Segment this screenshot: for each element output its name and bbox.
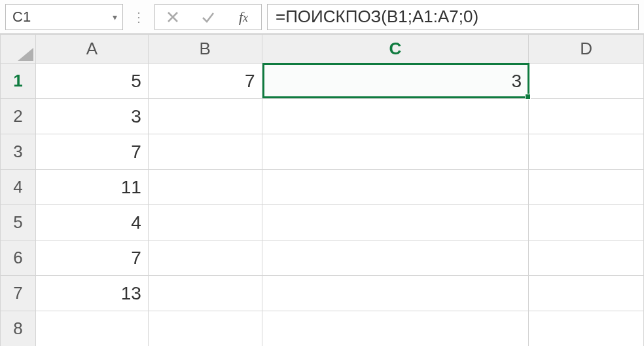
cell-A3[interactable]: 7: [35, 134, 148, 170]
divider-icon: ⋮: [128, 14, 149, 20]
row-8: 8: [1, 311, 644, 347]
row-header-3[interactable]: 3: [1, 134, 36, 170]
cell-B3[interactable]: [148, 134, 262, 170]
row-header-7[interactable]: 7: [1, 276, 36, 311]
cell-B7[interactable]: [148, 276, 262, 311]
cell-A8[interactable]: [35, 311, 148, 347]
x-icon: [165, 9, 181, 25]
grid-body: 1 5 7 3 2 3 3 7 4 11: [1, 64, 644, 347]
grid: A B C D 1 5 7 3 2 3 3 7: [0, 34, 644, 346]
cell-D7[interactable]: [529, 276, 644, 311]
cell-D1[interactable]: [529, 64, 644, 99]
col-header-C[interactable]: C: [262, 35, 529, 64]
check-icon: [200, 9, 216, 25]
col-header-D[interactable]: D: [529, 35, 644, 64]
formula-bar: C1 ▾ ⋮ fx =ПОИСКПОЗ(B1;A1:A7;0): [0, 0, 644, 34]
cell-D6[interactable]: [529, 240, 644, 276]
cell-D5[interactable]: [529, 205, 644, 240]
cell-D8[interactable]: [529, 311, 644, 347]
cell-D3[interactable]: [529, 134, 644, 170]
cell-A5[interactable]: 4: [35, 205, 148, 240]
row-3: 3 7: [1, 134, 644, 170]
cell-B6[interactable]: [148, 240, 262, 276]
select-all-corner[interactable]: [1, 35, 36, 64]
row-header-8[interactable]: 8: [1, 311, 36, 347]
formula-controls: fx: [154, 4, 262, 30]
row-7: 7 13: [1, 276, 644, 311]
insert-function-button[interactable]: fx: [226, 5, 261, 29]
cell-B2[interactable]: [148, 99, 262, 134]
enter-button[interactable]: [190, 5, 226, 29]
name-box-value: C1: [12, 9, 31, 26]
formula-text: =ПОИСКПОЗ(B1;A1:A7;0): [276, 7, 478, 27]
row-5: 5 4: [1, 205, 644, 240]
triangle-icon: [1, 35, 35, 63]
cancel-button[interactable]: [155, 5, 190, 29]
cell-C5[interactable]: [262, 205, 529, 240]
cell-B5[interactable]: [148, 205, 262, 240]
cell-C8[interactable]: [262, 311, 529, 347]
row-header-6[interactable]: 6: [1, 240, 36, 276]
cell-D2[interactable]: [529, 99, 644, 134]
cell-A6[interactable]: 7: [35, 240, 148, 276]
cell-C6[interactable]: [262, 240, 529, 276]
row-4: 4 11: [1, 170, 644, 205]
cell-C3[interactable]: [262, 134, 529, 170]
row-header-5[interactable]: 5: [1, 205, 36, 240]
col-header-B[interactable]: B: [148, 35, 262, 64]
cell-D4[interactable]: [529, 170, 644, 205]
row-header-1[interactable]: 1: [1, 64, 36, 99]
name-box[interactable]: C1 ▾: [5, 4, 123, 30]
cell-A2[interactable]: 3: [35, 99, 148, 134]
row-2: 2 3: [1, 99, 644, 134]
cell-C4[interactable]: [262, 170, 529, 205]
row-1: 1 5 7 3: [1, 64, 644, 99]
col-header-A[interactable]: A: [35, 35, 148, 64]
cell-B4[interactable]: [148, 170, 262, 205]
row-6: 6 7: [1, 240, 644, 276]
cell-C2[interactable]: [262, 99, 529, 134]
spreadsheet[interactable]: A B C D 1 5 7 3 2 3 3 7: [0, 34, 644, 346]
cell-B8[interactable]: [148, 311, 262, 347]
fx-icon: fx: [239, 8, 248, 26]
cell-B1[interactable]: 7: [148, 64, 262, 99]
row-header-4[interactable]: 4: [1, 170, 36, 205]
cell-A4[interactable]: 11: [35, 170, 148, 205]
dropdown-icon[interactable]: ▾: [113, 12, 117, 22]
cell-A7[interactable]: 13: [35, 276, 148, 311]
cell-A1[interactable]: 5: [35, 64, 148, 99]
formula-input[interactable]: =ПОИСКПОЗ(B1;A1:A7;0): [267, 4, 639, 30]
cell-C7[interactable]: [262, 276, 529, 311]
column-header-row: A B C D: [1, 35, 644, 64]
cell-C1[interactable]: 3: [262, 64, 529, 99]
row-header-2[interactable]: 2: [1, 99, 36, 134]
